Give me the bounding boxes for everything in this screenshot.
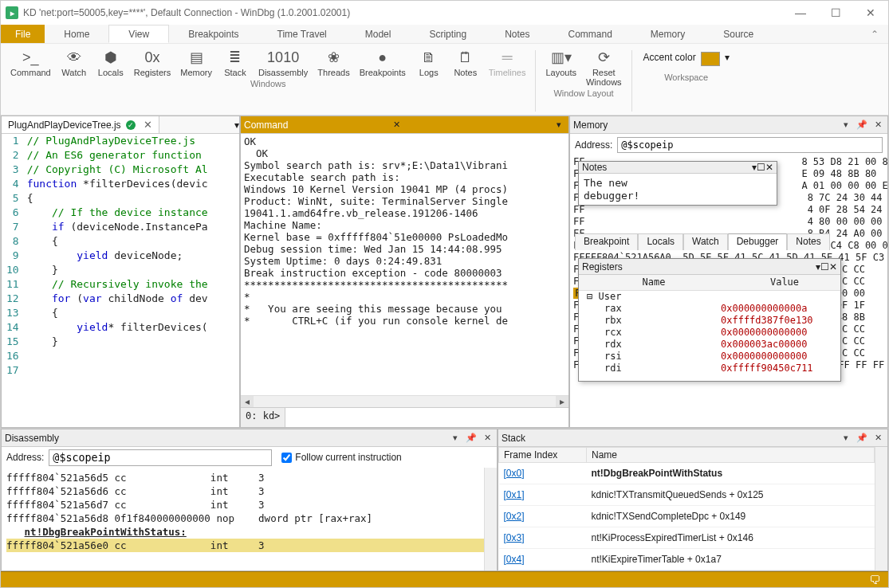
menu-notes[interactable]: Notes (486, 25, 549, 43)
ribbon-logs[interactable]: 🗎Logs (411, 47, 447, 77)
command-output[interactable]: OK OK Symbol search path is: srv*;E:\Dat… (241, 134, 568, 395)
register-row[interactable]: rdx0x000003ac00000 (579, 339, 840, 351)
ribbon-breakpoints[interactable]: ●Breakpoints (355, 47, 411, 77)
ribbon: >_Command👁Watch⬢Locals0xRegisters▤Memory… (1, 44, 888, 116)
register-group-user[interactable]: ⊟ User (579, 291, 840, 303)
stack-row[interactable]: [0x4]nt!KiExpireTimerTable + 0x1a7 (499, 549, 875, 570)
menu-bar: File Home View Breakpoints Time Travel M… (1, 25, 888, 44)
ribbon-disassembly[interactable]: 1010Disassembly (254, 47, 313, 77)
command-input[interactable] (285, 408, 568, 427)
stack-header: Stack ▾ 📌 ✕ (498, 429, 887, 447)
ribbon-locals[interactable]: ⬢Locals (92, 47, 129, 77)
disasm-address-input[interactable] (49, 449, 272, 466)
menu-memory[interactable]: Memory (631, 25, 704, 43)
menu-home[interactable]: Home (45, 25, 108, 43)
tab-watch[interactable]: Watch (683, 233, 728, 250)
close-icon[interactable]: ✕ (765, 162, 773, 173)
status-bar: 🗨 (1, 571, 888, 587)
menu-breakpoints[interactable]: Breakpoints (169, 25, 258, 43)
accent-color-picker[interactable]: Accent color ▾ (637, 47, 736, 71)
memory-icon: ▤ (185, 49, 207, 66)
registers-floating-window[interactable]: Registers ▾ ☐ ✕ NameValue ⊟ User rax0x00… (578, 258, 841, 382)
close-icon[interactable]: ✕ (481, 432, 494, 445)
stack-table[interactable]: Frame IndexName [0x0]nt!DbgBreakPointWit… (498, 447, 875, 570)
stack-icon: ≣ (224, 49, 246, 66)
ribbon-group-windows: Windows (6, 77, 530, 92)
menu-source[interactable]: Source (704, 25, 773, 43)
menu-timetravel[interactable]: Time Travel (258, 25, 346, 43)
register-row[interactable]: rsi0x0000000000000 (579, 351, 840, 363)
h-scrollbar[interactable]: ◂▸ (241, 395, 568, 407)
close-icon[interactable]: ✕ (391, 119, 403, 131)
stack-row[interactable]: [0x3]nt!KiProcessExpiredTimerList + 0x14… (499, 527, 875, 549)
pin-icon[interactable]: 📌 (465, 432, 478, 445)
maximize-button[interactable]: ☐ (818, 1, 853, 25)
app-icon: ▸ (6, 6, 18, 19)
ribbon-notes[interactable]: 🗒Notes (447, 47, 484, 77)
ribbon-watch[interactable]: 👁Watch (56, 47, 92, 77)
stack-row[interactable]: [0x0]nt!DbgBreakPointWithStatus (499, 463, 875, 484)
follow-instruction-checkbox[interactable]: Follow current instruction (277, 449, 406, 466)
ribbon-collapse-icon[interactable]: ⌃ (861, 25, 888, 43)
close-icon[interactable]: ✕ (871, 119, 884, 131)
tab-locals[interactable]: Locals (638, 233, 683, 250)
panel-menu-icon[interactable]: ▾ (234, 120, 239, 131)
stack-row[interactable]: [0x2]kdnic!TXSendCompleteDpc + 0x149 (499, 506, 875, 527)
registers-title: Registers (582, 261, 623, 272)
close-button[interactable]: ✕ (853, 1, 888, 25)
accent-swatch (701, 52, 720, 66)
saved-indicator-icon: ✓ (126, 120, 136, 130)
close-icon[interactable]: ✕ (871, 432, 884, 445)
follow-instruction-check[interactable] (281, 453, 292, 463)
ribbon-stack[interactable]: ≣Stack (217, 47, 254, 77)
doc-tab-plugandplay[interactable]: PlugAndPlayDeviceTree.js ✓ ✕ (2, 116, 159, 133)
ribbon-layouts[interactable]: ▥▾Layouts (541, 47, 581, 87)
ribbon-group-layout: Window Layout (541, 87, 626, 101)
address-label: Address: (575, 139, 612, 151)
command-icon: >_ (19, 49, 41, 66)
tab-breakpoint[interactable]: Breakpoint (575, 233, 638, 250)
command-prompt: 0: kd> (241, 408, 285, 427)
v-scrollbar[interactable] (484, 468, 497, 570)
memory-address-input[interactable] (617, 137, 883, 153)
menu-model[interactable]: Model (346, 25, 411, 43)
disassembly-view[interactable]: fffff804`521a56d5 cc int 3fffff804`521a5… (2, 468, 484, 570)
register-row[interactable]: rbx0xffffd387f0e130 (579, 315, 840, 327)
tab-notes[interactable]: Notes (787, 233, 829, 250)
v-scrollbar[interactable] (875, 447, 887, 570)
panel-menu-icon[interactable]: ▾ (840, 432, 852, 445)
ribbon-timelines: ═Timelines (484, 47, 531, 77)
panel-menu-icon[interactable]: ▾ (553, 119, 565, 131)
notes-floating-window[interactable]: Notes ▾ ☐ ✕ The new debugger! (578, 161, 777, 206)
register-row[interactable]: rdi0xfffff90450c711 (579, 363, 840, 374)
menu-view[interactable]: View (108, 25, 169, 43)
menu-command[interactable]: Command (549, 25, 631, 43)
notes-body[interactable]: The new debugger! (579, 174, 777, 206)
logs-icon: 🗎 (418, 49, 440, 66)
pin-icon[interactable]: 📌 (856, 432, 868, 445)
close-icon[interactable]: ✕ (829, 261, 837, 272)
register-row[interactable]: rcx0x0000000000000 (579, 327, 840, 339)
menu-scripting[interactable]: Scripting (410, 25, 486, 43)
stack-row[interactable]: [0x1]kdnic!TXTransmitQueuedSends + 0x125 (499, 484, 875, 506)
ribbon-reset-windows[interactable]: ⟳Reset Windows (581, 47, 627, 87)
panel-menu-icon[interactable]: ▾ (449, 432, 462, 445)
minimize-button[interactable]: — (783, 1, 818, 25)
menu-file[interactable]: File (1, 25, 45, 43)
tab-debugger[interactable]: Debugger (728, 233, 788, 250)
feedback-icon[interactable]: 🗨 (869, 574, 880, 586)
ribbon-threads[interactable]: ❀Threads (313, 47, 354, 77)
maximize-icon[interactable]: ☐ (757, 162, 765, 173)
register-row[interactable]: rax0x000000000000a (579, 303, 840, 315)
disassembly-header: Disassembly ▾ 📌 ✕ (2, 429, 497, 447)
ribbon-group-workspace: Workspace (637, 71, 736, 85)
ribbon-registers[interactable]: 0xRegisters (129, 47, 175, 77)
maximize-icon[interactable]: ☐ (820, 261, 829, 272)
panel-menu-icon[interactable]: ▾ (840, 119, 852, 131)
source-editor[interactable]: 1234567891011121314151617 // PlugAndPlay… (2, 134, 239, 427)
ribbon-command[interactable]: >_Command (6, 47, 56, 77)
ribbon-memory[interactable]: ▤Memory (175, 47, 217, 77)
registers-icon: 0x (141, 49, 163, 66)
pin-icon[interactable]: 📌 (856, 119, 868, 131)
close-tab-icon[interactable]: ✕ (140, 119, 152, 131)
